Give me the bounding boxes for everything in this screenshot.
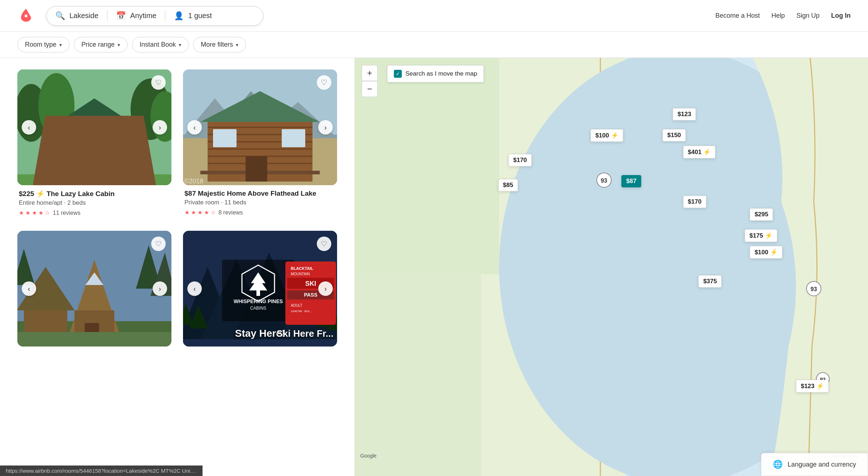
guests-icon: 👤 [174,11,184,21]
svg-rect-26 [246,156,267,182]
listing-card-2[interactable]: ©2018 ♡ ‹ › $87 Majestic Home Above Flat… [183,69,337,216]
instant-book-filter[interactable]: Instant Book ▾ [132,37,189,52]
price-range-filter[interactable]: Price range ▾ [74,37,128,52]
svg-rect-27 [213,129,237,147]
dates-field[interactable]: 📅 Anytime [116,11,156,21]
price-bubble-p5[interactable]: $401 ⚡ [683,146,716,158]
favorite-btn-2[interactable]: ♡ [317,75,331,90]
language-currency-label: Language and currency [788,461,856,468]
search-as-move-toggle[interactable]: ✓ Search as I move the map [387,65,484,82]
map-controls: + − [362,65,378,97]
help-link[interactable]: Help [771,12,785,20]
svg-rect-9 [112,140,131,154]
price-range-chevron: ▾ [118,42,120,48]
price-bubble-p8[interactable]: $170 [683,196,706,208]
favorite-btn-3[interactable]: ♡ [151,237,166,251]
star-22: ★ [191,209,196,216]
language-currency-btn[interactable]: 🌐 Language and currency [761,453,868,476]
svg-text:©2018: ©2018 [184,178,203,185]
location-field[interactable]: 🔍 Lakeside [55,11,98,21]
reviews-count-2: 8 reviews [218,209,243,216]
guests-field[interactable]: 👤 1 guest [174,11,212,21]
star-half-1: ☆ [45,209,50,216]
listing-title-1: $225 ⚡ The Lazy Lake Cabin [19,190,170,198]
next-btn-4[interactable]: › [318,281,333,296]
favorite-btn-4[interactable]: ♡ [317,237,331,251]
more-filters-label: More filters [201,41,233,48]
price-bubble-p12[interactable]: $375 [698,275,722,288]
listings-grid: ♡ ‹ › $225 ⚡ The Lazy Lake Cabin Entire … [17,69,337,354]
star-half-2: ☆ [210,209,216,216]
svg-text:MOUNTAIN: MOUNTAIN [291,272,310,276]
next-btn-3[interactable]: › [153,281,167,296]
price-bubble-p1[interactable]: $123 [673,108,696,120]
listing-image-wrap: ♡ ‹ › [17,69,171,185]
zoom-in-btn[interactable]: + [362,65,378,81]
listing-subtitle-1: Entire home/apt · 2 beds [19,199,170,207]
svg-rect-54 [256,290,260,296]
header: 🔍 Lakeside 📅 Anytime 👤 1 guest Become a … [0,0,868,32]
listing-info-4 [183,347,337,351]
favorite-btn-1[interactable]: ♡ [151,75,166,90]
svg-text:93: 93 [810,286,817,292]
cabin2-illustration: ©2018 [183,69,337,185]
star-1: ★ [19,209,24,216]
prev-btn-1[interactable]: ‹ [22,120,36,135]
next-btn-1[interactable]: › [153,120,167,135]
become-host-link[interactable]: Become a Host [715,12,760,20]
ski-here-text: Ski Here Fr... [276,328,333,339]
room-type-chevron: ▾ [59,42,62,48]
instant-book-chevron: ▾ [179,42,181,48]
search-divider [107,11,107,21]
svg-text:WHISPERING PINES: WHISPERING PINES [234,298,283,304]
log-in-link[interactable]: Log In [831,12,851,20]
svg-rect-8 [56,140,75,154]
price-bubble-p6[interactable]: $85 [498,179,518,191]
main-content: ♡ ‹ › $225 ⚡ The Lazy Lake Cabin Entire … [0,58,868,476]
map-panel[interactable]: 93 93 93 + − ✓ Search as I move the map … [354,58,868,476]
svg-rect-28 [282,129,305,147]
airbnb-logo[interactable] [17,7,35,25]
price-bubble-p3[interactable]: $150 [663,129,686,141]
listing-title-2: $87 Majestic Home Above Flathead Lake [184,190,336,197]
price-bubble-p2[interactable]: $100 ⚡ [591,129,623,142]
prev-btn-2[interactable]: ‹ [187,120,202,135]
sign-up-link[interactable]: Sign Up [796,12,820,20]
search-icon: 🔍 [55,11,65,21]
star-24: ★ [204,209,209,216]
room-type-label: Room type [25,41,56,48]
listing-card-4[interactable]: WHISPERING PINES CABINS BLACKTAIL MOUNTA… [183,231,337,354]
listing-subtitle-2: Private room · 11 beds [184,199,336,206]
price-bubble-p13[interactable]: $123 ⚡ [796,380,829,392]
svg-text:BLACKTAIL: BLACKTAIL [291,266,313,271]
header-nav: Become a Host Help Sign Up Log In [715,12,851,20]
price-bubble-p11[interactable]: $100 ⚡ [750,246,782,259]
listing-image-wrap-2: ©2018 ♡ ‹ › [183,69,337,185]
price-bubble-p4[interactable]: $170 [509,154,532,166]
zoom-out-btn[interactable]: − [362,81,378,97]
more-filters-btn[interactable]: More filters ▾ [193,37,246,52]
listing-info-1: $225 ⚡ The Lazy Lake Cabin Entire home/a… [17,185,171,216]
star-3: ★ [32,209,37,216]
reviews-count-1: 11 reviews [53,210,80,216]
svg-point-2 [38,73,75,138]
search-as-move-checkbox: ✓ [394,70,402,78]
star-4: ★ [38,209,43,216]
search-bar[interactable]: 🔍 Lakeside 📅 Anytime 👤 1 guest [46,6,263,26]
dates-value: Anytime [130,12,156,20]
price-range-label: Price range [81,41,115,48]
room-type-filter[interactable]: Room type ▾ [17,37,69,52]
globe-icon: 🌐 [773,460,783,469]
prev-btn-3[interactable]: ‹ [22,281,36,296]
listing-card-3[interactable]: ♡ ‹ › [17,231,171,354]
svg-rect-38 [17,332,171,347]
price-bubble-p10[interactable]: $175 ⚡ [745,229,777,242]
filters-bar: Room type ▾ Price range ▾ Instant Book ▾… [0,32,868,58]
price-bubble-p9[interactable]: $295 [750,208,773,221]
price-bubble-p7[interactable]: $87 [621,175,641,187]
listings-panel: ♡ ‹ › $225 ⚡ The Lazy Lake Cabin Entire … [0,58,354,476]
search-divider-2 [165,11,165,21]
listing-card[interactable]: ♡ ‹ › $225 ⚡ The Lazy Lake Cabin Entire … [17,69,171,216]
next-btn-2[interactable]: › [318,120,333,135]
prev-btn-4[interactable]: ‹ [187,281,202,296]
